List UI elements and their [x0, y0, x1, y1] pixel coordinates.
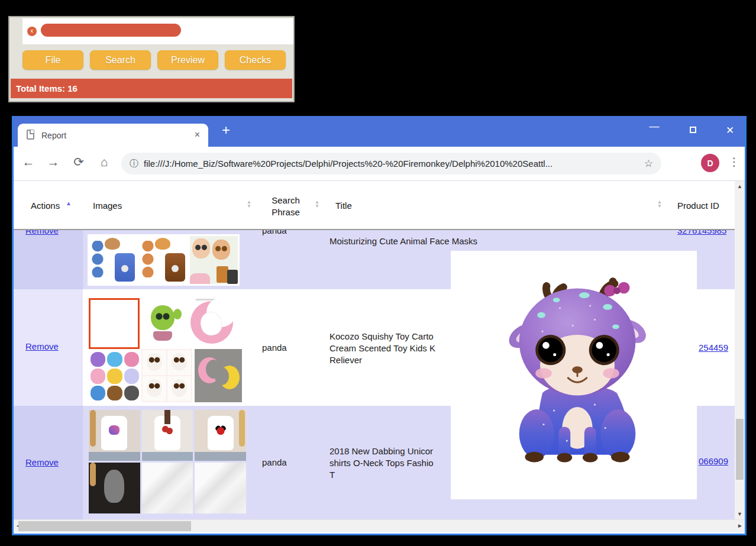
- tab-report[interactable]: Report ×: [18, 124, 208, 147]
- file-button[interactable]: File: [22, 50, 83, 70]
- product-thumbnail[interactable]: [142, 463, 193, 513]
- browser-window: Report × + — ✕ ← → ⟳ ⌂ ⓘ file:///J:/Home…: [12, 116, 747, 535]
- squishy-icon: [107, 369, 122, 383]
- mini-toolbar: File Search Preview Checks: [22, 50, 286, 70]
- product-thumbnail[interactable]: [186, 296, 238, 347]
- mickey-print-icon: [215, 425, 226, 435]
- product-thumbnail[interactable]: [195, 349, 242, 402]
- title-line: Cream Scented Toy Kids K: [329, 343, 435, 354]
- back-circle-icon[interactable]: ‹: [27, 27, 37, 36]
- skull-print-icon: [104, 470, 124, 503]
- product-id-link[interactable]: 254459: [699, 343, 728, 353]
- sort-toggle-icon[interactable]: ▲▼: [656, 200, 663, 208]
- screenshot-stage: ‹ File Search Preview Checks Total Items…: [0, 0, 756, 546]
- title-cell: Kocozo Squishy Toy Carto Cream Scented T…: [329, 331, 435, 366]
- arm-icon: [164, 410, 170, 424]
- checks-button[interactable]: Checks: [225, 50, 286, 70]
- forward-icon[interactable]: →: [44, 155, 62, 169]
- scroll-down-icon[interactable]: ▼: [735, 511, 745, 517]
- overflow-menu-icon[interactable]: ⋮: [728, 155, 740, 169]
- yellow-moon-icon: [219, 366, 240, 389]
- mini-app-window: ‹ File Search Preview Checks Total Items…: [8, 16, 295, 102]
- bookmark-star-icon[interactable]: ☆: [644, 157, 653, 170]
- product-thumbnail[interactable]: [141, 349, 192, 402]
- header-product-id[interactable]: Product ID: [677, 201, 719, 211]
- scroll-up-icon[interactable]: ▲: [735, 183, 745, 189]
- squishy-icon: [124, 352, 139, 367]
- product-id-link[interactable]: 066909: [699, 456, 728, 466]
- title-line: Kocozo Squishy Toy Carto: [329, 331, 435, 343]
- browser-titlebar: Report × + — ✕: [14, 116, 745, 147]
- owl-squishy-icon: [143, 376, 166, 401]
- horizontal-scrollbar-thumb[interactable]: [18, 521, 191, 531]
- owl-squishy-icon: [143, 350, 166, 375]
- title-line: T: [329, 469, 434, 481]
- product-thumbnail[interactable]: [195, 410, 246, 461]
- owl-squishy-icon: [167, 350, 191, 375]
- tab-title: Report: [41, 131, 66, 140]
- horizontal-scrollbar[interactable]: ◄ ►: [14, 519, 745, 532]
- tab-close-icon[interactable]: ×: [195, 130, 200, 140]
- home-icon[interactable]: ⌂: [95, 155, 113, 169]
- images-cell[interactable]: [88, 234, 240, 286]
- reload-icon[interactable]: ⟳: [70, 155, 88, 169]
- sort-toggle-icon[interactable]: ▲▼: [245, 200, 253, 208]
- search-button[interactable]: Search: [90, 50, 151, 70]
- product-thumbnail[interactable]: [195, 463, 246, 513]
- header-images[interactable]: Images: [93, 201, 122, 211]
- mask-steps-icon: [91, 241, 104, 277]
- product-thumbnail[interactable]: [190, 236, 238, 284]
- product-thumbnail[interactable]: [142, 410, 193, 461]
- hair-icon: [90, 463, 96, 486]
- preview-button[interactable]: Preview: [157, 50, 218, 70]
- mask-packet-icon: [227, 270, 238, 284]
- hair-icon: [90, 410, 96, 447]
- remove-link[interactable]: Remove: [25, 457, 59, 467]
- product-thumbnail[interactable]: [140, 236, 188, 284]
- sort-asc-icon[interactable]: ▲: [66, 200, 72, 206]
- search-phrase-cell: panda: [262, 230, 287, 235]
- title-cell: 2018 New Dabbing Unicor shirts O-Neck To…: [329, 445, 434, 481]
- search-phrase-cell: panda: [262, 343, 287, 353]
- images-cell[interactable]: [89, 410, 246, 514]
- header-actions[interactable]: Actions: [31, 201, 60, 211]
- close-button[interactable]: ✕: [721, 124, 739, 137]
- product-thumbnail[interactable]: [146, 304, 183, 342]
- product-thumbnail[interactable]: [89, 463, 140, 513]
- back-icon[interactable]: ←: [20, 155, 37, 169]
- progress-panel: ‹: [22, 18, 295, 44]
- url-text[interactable]: file:///J:/Home_Biz/Software%20Projects/…: [144, 159, 553, 169]
- squishy-icon: [124, 369, 139, 383]
- header-title[interactable]: Title: [335, 201, 352, 211]
- title-line: shirts O-Neck Tops Fashio: [329, 457, 434, 469]
- galaxy-deer-squishy-image: [508, 267, 647, 480]
- mask-packet-icon: [217, 266, 228, 283]
- product-thumbnail[interactable]: [89, 410, 140, 461]
- tiger-icon: [155, 238, 170, 250]
- sort-toggle-icon[interactable]: ▲▼: [314, 200, 321, 208]
- header-search-phrase[interactable]: Search Phrase: [265, 195, 306, 218]
- vertical-scrollbar[interactable]: ▲ ▼: [735, 181, 745, 519]
- profile-avatar[interactable]: D: [701, 154, 719, 172]
- product-id-link[interactable]: 3276145985: [677, 230, 726, 235]
- scroll-right-icon[interactable]: ►: [737, 522, 743, 529]
- jeans-icon: [89, 452, 140, 461]
- vertical-scrollbar-thumb[interactable]: [736, 419, 744, 480]
- product-thumbnail[interactable]: [89, 236, 137, 284]
- hair-icon: [239, 410, 245, 447]
- selected-image-placeholder[interactable]: [89, 298, 140, 349]
- product-thumbnail[interactable]: [91, 352, 139, 400]
- shoulder-icon: [190, 273, 210, 284]
- remove-link[interactable]: Remove: [25, 230, 59, 235]
- progress-bar: [41, 24, 181, 37]
- page-info-icon[interactable]: ⓘ: [130, 158, 138, 169]
- address-bar[interactable]: ⓘ file:///J:/Home_Biz/Software%20Project…: [121, 153, 661, 175]
- maximize-button[interactable]: [684, 124, 702, 136]
- new-tab-button[interactable]: +: [222, 122, 230, 138]
- remove-link[interactable]: Remove: [25, 341, 59, 351]
- mask-steps-icon: [141, 241, 154, 277]
- image-preview-popup: [451, 251, 697, 499]
- browser-toolbar: ← → ⟳ ⌂ ⓘ file:///J:/Home_Biz/Software%2…: [14, 147, 745, 181]
- document-icon: [27, 130, 34, 140]
- minimize-button[interactable]: —: [645, 121, 663, 133]
